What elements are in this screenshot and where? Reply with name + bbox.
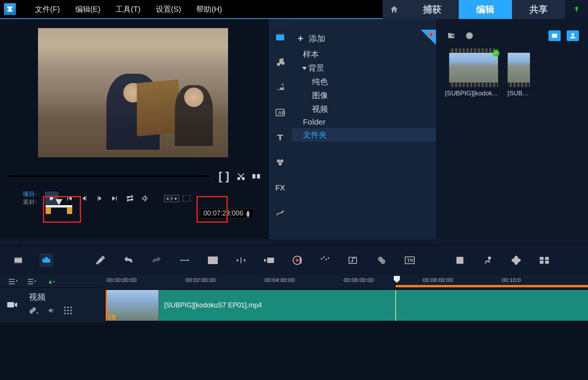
aspect-ratio-selector[interactable]: 4:3 ▾ xyxy=(164,195,179,202)
add-track-icon[interactable]: + xyxy=(27,277,38,286)
mark-out-bracket[interactable]: ] xyxy=(224,170,231,183)
go-end-button[interactable] xyxy=(109,193,120,204)
3d-icon[interactable] xyxy=(509,253,523,267)
upload-button[interactable] xyxy=(565,0,588,19)
track-options-icon[interactable] xyxy=(8,277,19,286)
text-icon[interactable] xyxy=(273,131,287,144)
app-logo[interactable] xyxy=(4,3,16,15)
pin-icon[interactable]: 📌 xyxy=(427,31,434,38)
menu-help[interactable]: 帮助(H) xyxy=(189,4,230,14)
cut-icon[interactable] xyxy=(236,171,246,181)
video-track-icon[interactable] xyxy=(6,300,18,311)
next-frame-button[interactable] xyxy=(94,193,105,204)
clip-thumbnail: 🔊 xyxy=(106,290,159,321)
svg-rect-49 xyxy=(545,261,549,264)
tree-video[interactable]: 视频 xyxy=(292,102,436,116)
motion-icon[interactable] xyxy=(481,253,495,267)
track-fx-icon[interactable] xyxy=(64,307,72,316)
ruler-tick: 00:04:00:00 xyxy=(265,277,295,283)
svg-rect-3 xyxy=(257,174,260,179)
selection-range[interactable] xyxy=(396,285,588,287)
capture-icon[interactable] xyxy=(463,30,475,41)
multicam-icon[interactable] xyxy=(537,253,551,267)
subtitle-icon[interactable]: T xyxy=(403,253,417,267)
trim-handle[interactable] xyxy=(46,200,72,211)
svg-rect-53 xyxy=(28,279,33,280)
tab-edit[interactable]: 编辑 xyxy=(459,0,512,19)
link-icon[interactable]: ▾ xyxy=(29,307,38,316)
mute-icon[interactable] xyxy=(48,307,55,316)
ripple-icon[interactable] xyxy=(262,253,276,267)
svg-rect-40 xyxy=(410,259,413,260)
ruler-tick: 00:02:00:00 xyxy=(185,277,216,283)
media-thumb[interactable]: [SUBPIG xyxy=(507,52,530,97)
svg-rect-59 xyxy=(67,307,69,308)
split-icon[interactable] xyxy=(234,253,248,267)
tools-icon[interactable] xyxy=(94,253,107,267)
fit-width-icon[interactable] xyxy=(178,253,192,267)
mode-clip[interactable]: 素材- xyxy=(23,198,42,206)
fx-icon[interactable]: FX xyxy=(273,181,287,195)
svg-rect-64 xyxy=(64,313,66,314)
record-icon[interactable] xyxy=(290,253,304,267)
svg-rect-48 xyxy=(540,261,544,264)
timeline-view-icon[interactable] xyxy=(40,253,53,267)
tree-image[interactable]: 图像 xyxy=(292,89,436,102)
import-folder-icon[interactable] xyxy=(445,30,457,41)
tab-share[interactable]: 共享 xyxy=(512,0,565,19)
timecode-down[interactable]: ▾ xyxy=(246,214,250,217)
view-list-icon[interactable] xyxy=(567,30,579,41)
scrub-track[interactable] xyxy=(8,176,209,177)
tree-folder-cn[interactable]: 文件夹 xyxy=(292,128,436,142)
tree-folder-en[interactable]: Folder xyxy=(292,116,436,128)
view-thumbnails-icon[interactable] xyxy=(548,30,561,41)
storyboard-view-icon[interactable] xyxy=(11,253,25,267)
menu-settings[interactable]: 设置(S) xyxy=(148,4,189,14)
svg-point-15 xyxy=(468,35,471,37)
panel-grip-right[interactable]: : : : : : : xyxy=(271,21,291,26)
fit-project-icon[interactable] xyxy=(206,253,220,267)
clip-name: [SUBPIG][kodokuS7 EP01].mp4 xyxy=(159,301,262,309)
panel-grip[interactable]: : : : : : : xyxy=(0,19,269,24)
media-library-icon[interactable] xyxy=(273,30,287,44)
loop-button[interactable] xyxy=(125,193,135,204)
overlay-icon[interactable] xyxy=(375,253,388,267)
svg-point-7 xyxy=(282,62,284,65)
highlight-box-brackets xyxy=(197,196,228,223)
playhead[interactable] xyxy=(394,276,400,283)
tree-solid[interactable]: 纯色 xyxy=(292,75,436,89)
split-clip-icon[interactable] xyxy=(251,171,261,181)
title-library-icon[interactable]: AB xyxy=(273,106,287,119)
path-icon[interactable] xyxy=(273,206,287,220)
auto-music-icon[interactable] xyxy=(347,253,360,267)
tree-sample[interactable]: 样本 xyxy=(292,48,436,61)
panel-grip-timeline[interactable]: : : : : : : xyxy=(0,239,588,245)
redo-icon[interactable] xyxy=(150,253,163,267)
marker-icon[interactable]: ▲▾ xyxy=(46,277,57,286)
svg-rect-22 xyxy=(43,259,50,263)
mode-project[interactable]: 项目- xyxy=(23,190,42,198)
marquee-tool[interactable] xyxy=(183,195,190,201)
tree-background[interactable]: 背景 xyxy=(292,61,436,75)
volume-button[interactable] xyxy=(140,193,151,204)
graphics-icon[interactable] xyxy=(273,156,287,169)
menu-file[interactable]: 文件(F) xyxy=(27,4,68,14)
transitions-icon[interactable] xyxy=(273,81,287,94)
menu-edit[interactable]: 编辑(E) xyxy=(68,4,108,14)
video-clip[interactable]: 🔊 [SUBPIG][kodokuS7 EP01].mp4 xyxy=(106,290,588,321)
time-ruler[interactable]: 00:00:00:00 00:02:00:00 00:04:00:00 00:0… xyxy=(105,275,588,288)
playhead-line[interactable] xyxy=(395,290,396,321)
media-thumb[interactable]: ✓ [SUBPIG][kodok... xyxy=(445,52,502,97)
undo-icon[interactable] xyxy=(122,253,135,267)
audio-library-icon[interactable] xyxy=(273,55,287,69)
mark-in-bracket[interactable]: [ xyxy=(217,170,224,183)
add-folder-button[interactable]: + 添加 📌 xyxy=(292,30,436,48)
tab-capture[interactable]: 捕获 xyxy=(406,0,459,19)
home-tab[interactable] xyxy=(383,0,406,19)
menu-tools[interactable]: 工具(T) xyxy=(108,4,148,14)
svg-point-43 xyxy=(488,257,491,259)
grid-icon[interactable] xyxy=(453,253,467,267)
ruler-tick: 00:06:00:00 xyxy=(344,277,374,283)
svg-point-33 xyxy=(328,257,329,259)
audio-mixer-icon[interactable] xyxy=(319,253,332,267)
